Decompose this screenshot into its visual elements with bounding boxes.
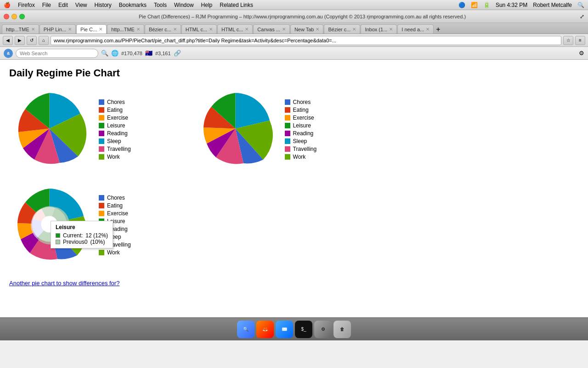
wifi-icon: 📶 [471,2,478,8]
tab-0[interactable]: http...TME✕ [2,24,39,34]
country-rank: #3,161 [155,51,171,56]
dock-terminal[interactable]: $_ [295,321,312,338]
bookmark-button[interactable]: ☆ [563,36,573,45]
leisure-color-1 [99,123,104,128]
rank-hash: #170,478 [121,51,142,56]
menu-related[interactable]: Related Links [220,2,253,8]
link-icon[interactable]: 🔗 [174,50,181,57]
reload-button[interactable]: ↺ [27,36,37,45]
menu-edit[interactable]: Edit [58,2,68,8]
tab-6[interactable]: HTML c...✕ [217,24,253,34]
maximize-button[interactable] [19,14,25,19]
exercise-label-2: Exercise [293,115,314,121]
chores-label-1: Chores [107,99,125,105]
legend-leisure-2: Leisure [285,122,317,129]
menu-help[interactable]: Help [201,2,213,8]
menu-file[interactable]: File [42,2,51,8]
tooltip-previous-value: (10%) [90,239,105,245]
country-rank-val: #3,161 [155,51,171,56]
legend-eating-2: Eating [285,107,317,113]
eating-color-3 [99,203,104,208]
exercise-color-2 [285,115,290,121]
url-bar[interactable] [51,36,561,45]
sleep-color-1 [99,138,104,144]
tooltip-previous-label: Previous0 [63,239,87,245]
tab-2-active[interactable]: Pie C...✕ [76,24,107,34]
tab-8[interactable]: New Tab✕ [290,24,324,34]
minimize-button[interactable] [11,14,17,19]
work-label-2: Work [293,154,306,160]
tooltip-current-value: 12 (12%) [85,232,108,239]
settings-icon[interactable]: ⚙ [579,50,584,57]
pie-chart-1 [9,88,90,170]
tooltip-row-current: Current: 12 (12%) [56,232,108,239]
dock-trash[interactable]: 🗑 [334,321,351,338]
menu-tools[interactable]: Tools [154,2,167,8]
tab-10[interactable]: Inbox (1...✕ [361,24,397,34]
menu-history[interactable]: History [95,2,112,8]
tab-9[interactable]: Bézier c...✕ [324,24,360,34]
dock-mail[interactable]: ✉️ [276,321,293,338]
leisure-color-2 [285,123,290,128]
search-go-button[interactable]: 🔍 [101,50,108,57]
travelling-color-1 [99,146,104,152]
close-button[interactable] [4,14,9,19]
search-input[interactable] [16,49,98,58]
chart-tooltip: Leisure Current: 12 (12%) Previous0 (10%… [51,221,113,248]
dock-firefox[interactable]: 🦊 [256,321,274,338]
chores-color-1 [99,99,104,105]
menu-window[interactable]: Window [174,2,194,8]
bottom-link[interactable]: Another pie chart to show differences fo… [9,280,119,287]
legend-eating-1: Eating [99,107,131,113]
menu-bar: 🍎 Firefox File Edit View History Bookmar… [0,0,588,10]
travelling-label-1: Travelling [107,146,131,152]
tab-7[interactable]: Canvas ...✕ [253,24,290,34]
bottom-link-container: Another pie chart to show differences fo… [9,280,579,287]
alexa-badge: a [4,49,13,58]
back-button[interactable]: ◀ [3,36,13,45]
tab-5[interactable]: HTML c...✕ [181,24,217,34]
menu-firefox[interactable]: Firefox [18,2,35,8]
forward-button[interactable]: ▶ [15,36,25,45]
chart-3-container: Leisure Current: 12 (12%) Previous0 (10%… [9,184,131,266]
work-label-1: Work [107,154,120,160]
search-icon[interactable]: 🔍 [577,2,584,8]
reading-label-2: Reading [293,130,314,137]
chores-label-3: Chores [107,195,125,201]
menu-view[interactable]: View [75,2,87,8]
sleep-label-1: Sleep [107,138,121,144]
tooltip-current-label: Current: [63,232,83,239]
tabs-bar: http...TME✕ PHP Lin...✕ Pie C...✕ http..… [0,23,588,34]
nav-bar: ◀ ▶ ↺ ⌂ ☆ ≡ [0,34,588,47]
work-color-1 [99,154,104,160]
eating-label-3: Eating [107,202,123,209]
home-button[interactable]: ⌂ [39,36,49,45]
resize-icon[interactable]: ⤢ [580,13,584,20]
legend-eating-3: Eating [99,202,131,209]
window-title: Pie Chart (Differences) – RJM Programmin… [28,14,576,19]
tooltip-title: Leisure [56,224,108,230]
work-label-3: Work [107,249,120,256]
apple-menu[interactable]: 🍎 [4,2,11,8]
reading-label-1: Reading [107,130,128,137]
tab-1[interactable]: PHP Lin...✕ [40,24,76,34]
charts-row-bottom: Leisure Current: 12 (12%) Previous0 (10%… [9,184,579,266]
legend-exercise-2: Exercise [285,115,317,121]
tab-11[interactable]: I need a...✕ [397,24,434,34]
dock-finder[interactable]: 🔍 [237,321,254,338]
legend-sleep-1: Sleep [99,138,131,144]
new-tab-button[interactable]: + [434,25,442,34]
eating-color-1 [99,107,104,113]
menu-bookmarks[interactable]: Bookmarks [119,2,147,8]
tab-3[interactable]: http...TME✕ [107,24,144,34]
tab-4[interactable]: Bézier c...✕ [145,24,181,34]
dock-system-prefs[interactable]: ⚙ [314,321,332,338]
reading-color-2 [285,131,290,136]
chart-1-container: Chores Eating Exercise Leisure Reading [9,88,131,170]
page-content: Daily Regime Pie Chart [0,60,588,317]
menu-button[interactable]: ≡ [575,36,585,45]
charts-row-top: Chores Eating Exercise Leisure Reading [9,88,579,170]
battery-icon: 🔋 [483,2,490,8]
chores-color-2 [285,99,290,105]
reading-color-1 [99,131,104,136]
